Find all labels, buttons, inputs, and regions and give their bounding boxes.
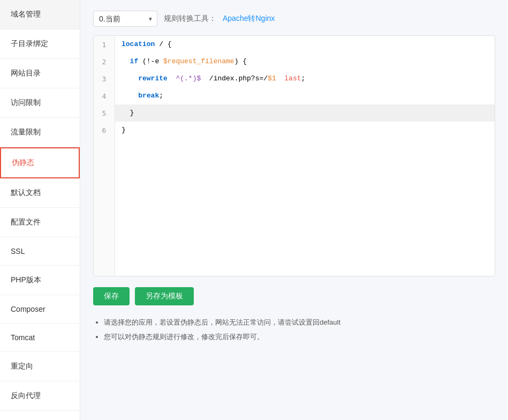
sidebar: 域名管理子目录绑定网站目录访问限制流量限制伪静态默认文档配置文件SSLPHP版本… [0, 0, 80, 420]
top-bar: 0.当前 规则转换工具： Apache转Nginx [93, 11, 495, 27]
code-editor: 1location / {2 if (!-e $request_filename… [93, 35, 495, 276]
line-number-empty-7 [94, 259, 115, 276]
convert-tool-link[interactable]: Apache转Nginx [223, 14, 275, 24]
line-number-empty-5 [94, 224, 115, 242]
sidebar-item-domain[interactable]: 域名管理 [0, 0, 80, 29]
line-number-2: 2 [94, 53, 115, 70]
code-line-empty-4 [94, 207, 495, 224]
code-line-empty-2 [94, 173, 495, 190]
sidebar-item-composer[interactable]: Composer [0, 295, 80, 324]
code-line-4: 4 break; [94, 87, 495, 104]
line-number-empty-1 [94, 156, 115, 173]
line-number-3: 3 [94, 70, 115, 87]
line-content-empty-5 [115, 224, 495, 242]
notes-list: 请选择您的应用，若设置伪静态后，网站无法正常访问，请尝试设置回default您可… [93, 316, 495, 343]
line-content-empty-0 [115, 139, 495, 156]
sidebar-item-pseudo-static[interactable]: 伪静态 [0, 147, 80, 178]
code-line-empty-3 [94, 190, 495, 207]
line-number-empty-6 [94, 242, 115, 259]
version-select[interactable]: 0.当前 [93, 11, 157, 27]
save-template-button[interactable]: 另存为模板 [135, 287, 194, 305]
line-number-5: 5 [94, 104, 115, 122]
line-number-4: 4 [94, 87, 115, 104]
line-content-4[interactable]: break; [115, 87, 495, 104]
line-number-empty-4 [94, 207, 115, 224]
code-line-empty-6 [94, 242, 495, 259]
button-group: 保存 另存为模板 [93, 287, 495, 305]
code-line-5: 5 } [94, 104, 495, 122]
code-line-empty-0 [94, 139, 495, 156]
code-line-3: 3 rewrite ^(.*)$ /index.php?s=/$1 last; [94, 70, 495, 87]
line-number-6: 6 [94, 122, 115, 139]
line-content-empty-3 [115, 190, 495, 207]
line-number-empty-2 [94, 173, 115, 190]
line-content-6[interactable]: } [115, 122, 495, 139]
line-content-empty-4 [115, 207, 495, 224]
tool-label: 规则转换工具： [164, 14, 216, 24]
line-content-3[interactable]: rewrite ^(.*)$ /index.php?s=/$1 last; [115, 70, 495, 87]
line-content-empty-7 [115, 259, 495, 276]
code-line-2: 2 if (!-e $request_filename) { [94, 53, 495, 70]
line-number-empty-0 [94, 139, 115, 156]
sidebar-item-tomcat[interactable]: Tomcat [0, 324, 80, 352]
sidebar-item-access-limit[interactable]: 访问限制 [0, 88, 80, 118]
notes-section: 请选择您的应用，若设置伪静态后，网站无法正常访问，请尝试设置回default您可… [93, 316, 495, 343]
line-content-2[interactable]: if (!-e $request_filename) { [115, 53, 495, 70]
line-content-empty-2 [115, 173, 495, 190]
sidebar-item-default-doc[interactable]: 默认文档 [0, 178, 80, 208]
note-item-0: 请选择您的应用，若设置伪静态后，网站无法正常访问，请尝试设置回default [104, 316, 495, 328]
sidebar-item-flow-limit[interactable]: 流量限制 [0, 118, 80, 147]
sidebar-item-subdirectory[interactable]: 子目录绑定 [0, 29, 80, 59]
line-number-empty-3 [94, 190, 115, 207]
sidebar-item-config-file[interactable]: 配置文件 [0, 208, 80, 237]
sidebar-item-php-version[interactable]: PHP版本 [0, 266, 80, 295]
code-area[interactable]: 1location / {2 if (!-e $request_filename… [94, 36, 495, 276]
code-line-empty-1 [94, 156, 495, 173]
sidebar-item-ssl[interactable]: SSL [0, 237, 80, 266]
code-line-1: 1location / { [94, 36, 495, 53]
code-line-empty-5 [94, 224, 495, 242]
line-content-1[interactable]: location / { [115, 36, 495, 53]
main-content: 0.当前 规则转换工具： Apache转Nginx 1location / {2… [80, 0, 508, 420]
sidebar-item-website-dir[interactable]: 网站目录 [0, 59, 80, 88]
code-line-6: 6} [94, 122, 495, 139]
code-line-empty-7 [94, 259, 495, 276]
line-content-empty-6 [115, 242, 495, 259]
sidebar-item-redirect[interactable]: 重定向 [0, 352, 80, 381]
line-content-5[interactable]: } [115, 104, 495, 122]
version-select-wrapper[interactable]: 0.当前 [93, 11, 157, 27]
sidebar-item-reverse-proxy[interactable]: 反向代理 [0, 381, 80, 411]
line-number-1: 1 [94, 36, 115, 53]
note-item-1: 您可以对伪静态规则进行修改，修改完后保存即可。 [104, 331, 495, 343]
save-button[interactable]: 保存 [93, 287, 130, 305]
line-content-empty-1 [115, 156, 495, 173]
